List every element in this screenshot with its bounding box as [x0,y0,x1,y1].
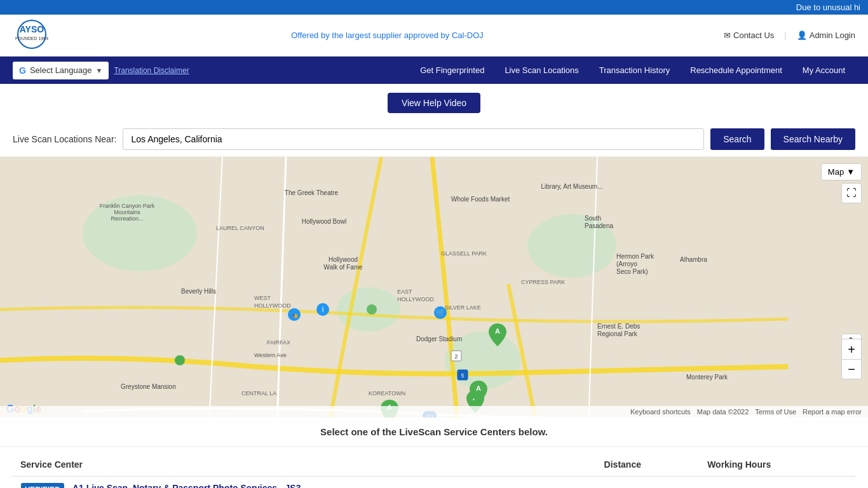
svg-text:Beverly Hills: Beverly Hills [181,288,216,295]
search-button[interactable]: Search [710,128,764,150]
table-row[interactable]: VERIFIED OPEN A1 Live Scan, Notary & Pas… [13,477,855,489]
zoom-out-button[interactable]: − [841,359,862,379]
svg-text:Library, Art Museum...: Library, Art Museum... [541,183,602,190]
google-g-icon: G [19,65,26,76]
svg-text:Mountains: Mountains [114,209,140,215]
svg-text:Walk of Fame: Walk of Fame [323,264,363,271]
svg-text:HOLLYWOOD: HOLLYWOOD [254,302,291,309]
report-map-error-link[interactable]: Report a map error [803,408,862,416]
map-type-button[interactable]: Map ▼ [821,163,862,180]
language-selector[interactable]: G Select Language ▼ [13,62,109,79]
svg-text:Greystone Mansion: Greystone Mansion [121,383,176,390]
logo: AYSO FOUNDED 1964 [13,18,51,52]
nav-label-transaction-history: Transaction History [599,65,670,75]
nav-item-live-scan-locations[interactable]: Live Scan Locations [494,57,588,84]
svg-text:Whole Foods Market: Whole Foods Market [451,196,510,203]
contact-us-link[interactable]: ✉ Contact Us [724,30,774,40]
col-header-service-center: Service Center [13,453,597,477]
zoom-controls: + − [841,339,862,379]
fullscreen-icon: ⛶ [846,187,857,199]
svg-text:Hermon Park: Hermon Park [616,253,654,260]
svg-text:GLASSELL PARK: GLASSELL PARK [441,250,487,257]
svg-text:EAST: EAST [397,288,412,295]
distance-cell: 0.65 mi [597,477,700,489]
logo-svg: AYSO FOUNDED 1964 [13,18,51,50]
svg-point-104 [175,355,185,365]
svg-text:Hollywood Bowl: Hollywood Bowl [302,218,347,225]
nav-item-get-fingerprinted[interactable]: Get Fingerprinted [410,57,494,84]
svg-text:(Arroyo: (Arroyo [616,261,637,268]
person-icon: 👤 [797,30,807,40]
svg-text:WEST: WEST [254,295,271,301]
fullscreen-button[interactable]: ⛶ [841,183,862,203]
search-nearby-button[interactable]: Search Nearby [771,128,855,150]
svg-text:The Greek Theatre: The Greek Theatre [285,189,339,196]
chevron-down-icon: ▼ [846,167,855,177]
svg-text:Seco Park): Seco Park) [616,268,648,275]
map-container: Franklin Canyon Park Mountains Recreatio… [0,157,868,417]
contact-us-label: Contact Us [733,30,774,40]
svg-text:Dodger Stadium: Dodger Stadium [416,336,462,342]
location-input[interactable] [123,128,704,150]
svg-text:HOLLYWOOD: HOLLYWOOD [397,296,434,302]
svg-text:i: i [322,305,324,314]
svg-text:Recreation...: Recreation... [111,215,143,222]
svg-text:Pasadena: Pasadena [585,222,613,229]
header-tagline: Offered by the largest supplier approved… [51,30,724,40]
terms-link[interactable]: Terms of Use [755,408,796,416]
keyboard-shortcuts-link[interactable]: Keyboard shortcuts [630,408,691,416]
nav-label-my-account: My Account [803,65,845,75]
svg-text:Hollywood: Hollywood [329,256,358,263]
nav-item-my-account[interactable]: My Account [792,57,855,84]
nav-label-live-scan-locations: Live Scan Locations [505,65,578,75]
results-section: Service Center Distance Working Hours VE… [0,453,868,488]
service-info: A1 Live Scan, Notary & Passport Photo Se… [72,483,301,488]
svg-text:Alhambra: Alhambra [680,256,707,263]
svg-text:🎭: 🎭 [291,311,299,319]
svg-text:5: 5 [461,372,464,379]
col-header-working-hours: Working Hours [700,453,855,477]
translation-disclaimer-link[interactable]: Translation Disclaimer [114,66,189,75]
header-divider: | [784,30,786,40]
nav-label-reschedule-appointment: Reschedule Appointment [690,65,782,75]
svg-text:FOUNDED 1964: FOUNDED 1964 [15,36,48,41]
select-instruction: Select one of the LiveScan Service Cente… [0,417,868,447]
svg-text:🛒: 🛒 [436,308,445,317]
navbar: G Select Language ▼ Translation Disclaim… [0,57,868,84]
nav-item-transaction-history[interactable]: Transaction History [589,57,681,84]
svg-text:A: A [476,384,481,392]
svg-text:Regional Park: Regional Park [597,330,638,337]
admin-login-link[interactable]: 👤 Admin Login [797,30,855,40]
help-video-section: View Help Video [0,84,868,122]
svg-text:SILVER LAKE: SILVER LAKE [445,304,481,311]
svg-text:Ernest E. Debs: Ernest E. Debs [597,323,640,330]
svg-text:FAIRFAX: FAIRFAX [267,339,290,346]
announcement-bar: Due to unusual hi [0,0,868,15]
nav-label-get-fingerprinted: Get Fingerprinted [420,65,484,75]
table-header-row: Service Center Distance Working Hours [13,453,855,477]
search-section: Live Scan Locations Near: Search Search … [0,122,868,157]
header: AYSO FOUNDED 1964 Offered by the largest… [0,15,868,57]
nav-item-reschedule-appointment[interactable]: Reschedule Appointment [680,57,792,84]
results-table: Service Center Distance Working Hours VE… [13,453,855,488]
svg-text:CYPRESS PARK: CYPRESS PARK [521,279,565,285]
search-label: Live Scan Locations Near: [13,134,116,144]
svg-text:Franklin Canyon Park: Franklin Canyon Park [100,203,155,209]
header-right: ✉ Contact Us | 👤 Admin Login [724,30,855,40]
admin-login-label: Admin Login [810,30,855,40]
verified-badge: VERIFIED [21,483,64,488]
map-type-label: Map [828,167,844,177]
chevron-down-icon: ▼ [95,67,102,74]
announcement-text: Due to unusual hi [796,3,860,12]
col-header-distance: Distance [597,453,700,477]
svg-text:KOREATOWN: KOREATOWN [369,390,405,396]
map-svg: Franklin Canyon Park Mountains Recreatio… [0,157,868,417]
map-controls: Map ▼ ⛶ [821,163,862,203]
svg-text:CENTRAL LA: CENTRAL LA [241,390,276,396]
svg-text:South: South [585,215,601,222]
help-video-button[interactable]: View Help Video [388,93,480,113]
svg-text:Monterey Park: Monterey Park [686,374,728,381]
svg-text:Western Ave: Western Ave [254,352,287,358]
svg-text:AYSO: AYSO [20,24,44,34]
zoom-in-button[interactable]: + [841,339,862,359]
